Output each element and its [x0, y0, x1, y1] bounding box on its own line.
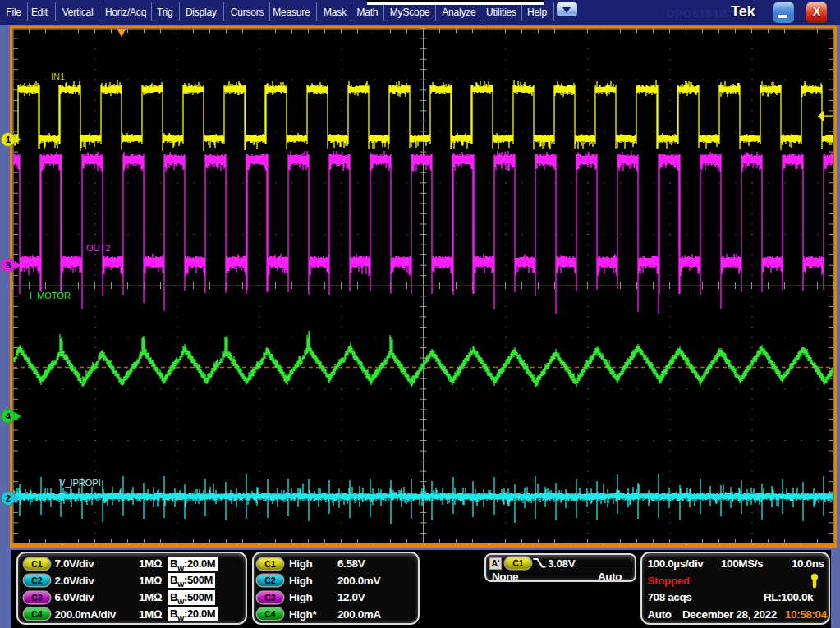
svg-text:3: 3 — [6, 260, 11, 270]
svg-text:V_IPROPI: V_IPROPI — [59, 478, 101, 488]
svg-text:1: 1 — [6, 135, 11, 144]
svg-text:I_MOTOR: I_MOTOR — [30, 291, 71, 300]
svg-text:4: 4 — [6, 411, 11, 421]
svg-text:2: 2 — [6, 493, 11, 503]
svg-text:OUT2: OUT2 — [86, 243, 110, 253]
svg-text:IN1: IN1 — [51, 71, 65, 81]
